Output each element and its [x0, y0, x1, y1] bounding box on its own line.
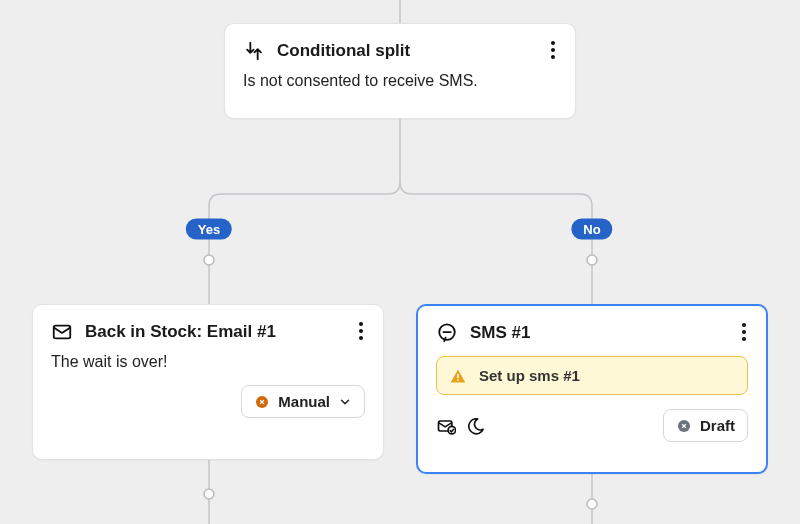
- manual-icon: [254, 394, 270, 410]
- sms-step-card[interactable]: SMS #1 Set up sms #1 Draft: [416, 304, 768, 474]
- sms-title: SMS #1: [470, 323, 530, 343]
- svg-point-2: [204, 489, 214, 499]
- sms-warning-text: Set up sms #1: [479, 367, 580, 384]
- svg-point-10: [448, 426, 456, 434]
- sms-bubble-icon: [436, 322, 458, 344]
- draft-status-icon: [676, 418, 692, 434]
- warning-triangle-icon: [449, 368, 467, 384]
- email-mode-label: Manual: [278, 393, 330, 410]
- conditional-split-card[interactable]: Conditional split Is not consented to re…: [224, 23, 576, 119]
- envelope-icon: [51, 321, 73, 343]
- quiet-hours-icon[interactable]: [466, 416, 486, 436]
- email-mode-dropdown[interactable]: Manual: [241, 385, 365, 418]
- split-description: Is not consented to receive SMS.: [243, 72, 557, 90]
- split-more-menu[interactable]: [541, 38, 565, 62]
- email-step-card[interactable]: Back in Stock: Email #1 The wait is over…: [32, 304, 384, 460]
- svg-point-0: [204, 255, 214, 265]
- sms-status-button[interactable]: Draft: [663, 409, 748, 442]
- branch-label-no: No: [571, 219, 612, 240]
- sms-status-label: Draft: [700, 417, 735, 434]
- branch-label-yes: Yes: [186, 219, 232, 240]
- email-description: The wait is over!: [51, 353, 365, 371]
- sms-more-menu[interactable]: [732, 320, 756, 344]
- chevron-down-icon: [338, 395, 352, 409]
- email-title: Back in Stock: Email #1: [85, 322, 276, 342]
- svg-rect-7: [457, 373, 458, 377]
- split-arrows-icon: [243, 40, 265, 62]
- split-title: Conditional split: [277, 41, 410, 61]
- svg-point-3: [587, 499, 597, 509]
- svg-rect-8: [457, 379, 458, 380]
- sms-setup-warning[interactable]: Set up sms #1: [436, 356, 748, 395]
- email-more-menu[interactable]: [349, 319, 373, 343]
- smart-sending-icon[interactable]: [436, 416, 456, 436]
- svg-point-1: [587, 255, 597, 265]
